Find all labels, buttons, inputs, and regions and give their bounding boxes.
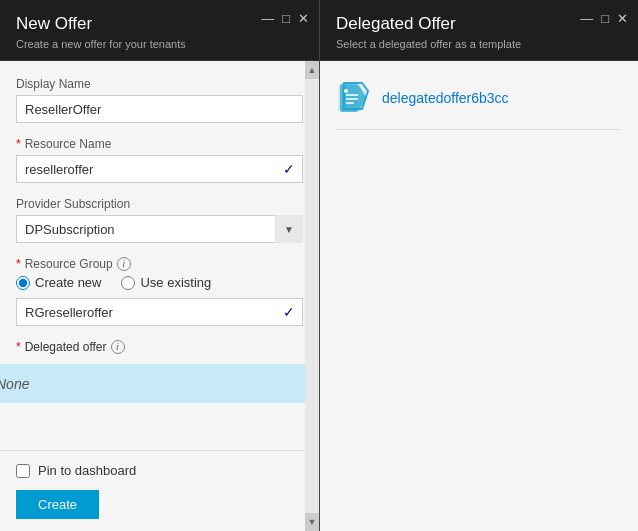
delegated-offer-label-row: * Delegated offer i bbox=[0, 340, 319, 364]
display-name-group: Display Name bbox=[16, 77, 303, 123]
provider-subscription-group: Provider Subscription DPSubscription ▼ bbox=[16, 197, 303, 243]
offer-name: delegatedoffer6b3cc bbox=[382, 90, 509, 106]
provider-subscription-select[interactable]: DPSubscription bbox=[16, 215, 303, 243]
use-existing-radio[interactable] bbox=[121, 276, 135, 290]
resource-group-required-star: * bbox=[16, 257, 21, 271]
pin-to-dashboard-checkbox[interactable] bbox=[16, 464, 30, 478]
display-name-input[interactable] bbox=[16, 95, 303, 123]
left-window-controls: — □ ✕ bbox=[261, 12, 309, 25]
delegated-offer-row[interactable]: None ❯ bbox=[0, 364, 319, 403]
resource-name-required-star: * bbox=[16, 137, 21, 151]
delegated-offer-value: None bbox=[0, 376, 29, 392]
form-footer: Pin to dashboard Create bbox=[0, 450, 319, 531]
use-existing-label: Use existing bbox=[140, 275, 211, 290]
display-name-label: Display Name bbox=[16, 77, 303, 91]
left-panel-subtitle: Create a new offer for your tenants bbox=[16, 38, 303, 50]
resource-group-input-wrapper: ✓ bbox=[16, 298, 303, 326]
right-close-button[interactable]: ✕ bbox=[617, 12, 628, 25]
delegated-offer-label: * Delegated offer i bbox=[16, 340, 303, 354]
scroll-bar: ▲ ▼ bbox=[305, 61, 319, 531]
provider-subscription-label: Provider Subscription bbox=[16, 197, 303, 211]
left-panel-body: Display Name * Resource Name ✓ bbox=[0, 61, 319, 531]
maximize-button[interactable]: □ bbox=[282, 12, 290, 25]
pin-to-dashboard-label: Pin to dashboard bbox=[38, 463, 136, 478]
delegated-offer-required-star: * bbox=[16, 340, 21, 354]
provider-subscription-select-wrapper: DPSubscription ▼ bbox=[16, 215, 303, 243]
minimize-button[interactable]: — bbox=[261, 12, 274, 25]
display-name-input-wrapper bbox=[16, 95, 303, 123]
form-scroll-area: Display Name * Resource Name ✓ bbox=[0, 61, 319, 450]
create-new-label: Create new bbox=[35, 275, 101, 290]
resource-group-info-icon[interactable]: i bbox=[117, 257, 131, 271]
create-new-radio[interactable] bbox=[16, 276, 30, 290]
offer-item[interactable]: delegatedoffer6b3cc bbox=[336, 81, 622, 130]
resource-name-check-icon: ✓ bbox=[283, 161, 295, 177]
resource-group-group: * Resource Group i Create new Use existi… bbox=[16, 257, 303, 326]
delegated-offer-group: * Delegated offer i None ❯ bbox=[0, 340, 319, 403]
right-minimize-button[interactable]: — bbox=[580, 12, 593, 25]
right-panel-subtitle: Select a delegated offer as a template bbox=[336, 38, 622, 50]
scroll-down-arrow[interactable]: ▼ bbox=[305, 513, 319, 531]
delegated-offer-info-icon[interactable]: i bbox=[111, 340, 125, 354]
right-panel-header: Delegated Offer Select a delegated offer… bbox=[320, 0, 638, 61]
resource-name-group: * Resource Name ✓ bbox=[16, 137, 303, 183]
resource-group-input[interactable] bbox=[16, 298, 303, 326]
offer-tag-icon bbox=[336, 81, 370, 115]
scroll-up-arrow[interactable]: ▲ bbox=[305, 61, 319, 79]
create-new-radio-label[interactable]: Create new bbox=[16, 275, 101, 290]
right-maximize-button[interactable]: □ bbox=[601, 12, 609, 25]
delegated-offer-panel: Delegated Offer Select a delegated offer… bbox=[320, 0, 638, 531]
resource-group-radio-group: Create new Use existing bbox=[16, 275, 303, 290]
left-panel-title: New Offer bbox=[16, 14, 303, 34]
resource-name-input-wrapper: ✓ bbox=[16, 155, 303, 183]
resource-name-input[interactable] bbox=[16, 155, 303, 183]
right-window-controls: — □ ✕ bbox=[580, 12, 628, 25]
svg-point-1 bbox=[344, 89, 348, 93]
resource-group-check-icon: ✓ bbox=[283, 304, 295, 320]
pin-to-dashboard-row: Pin to dashboard bbox=[16, 463, 303, 478]
right-panel-body: delegatedoffer6b3cc bbox=[320, 61, 638, 531]
left-panel-header: New Offer Create a new offer for your te… bbox=[0, 0, 319, 61]
resource-name-label: * Resource Name bbox=[16, 137, 303, 151]
new-offer-panel: New Offer Create a new offer for your te… bbox=[0, 0, 320, 531]
close-button[interactable]: ✕ bbox=[298, 12, 309, 25]
resource-group-label: * Resource Group i bbox=[16, 257, 303, 271]
use-existing-radio-label[interactable]: Use existing bbox=[121, 275, 211, 290]
right-panel-title: Delegated Offer bbox=[336, 14, 622, 34]
create-button[interactable]: Create bbox=[16, 490, 99, 519]
